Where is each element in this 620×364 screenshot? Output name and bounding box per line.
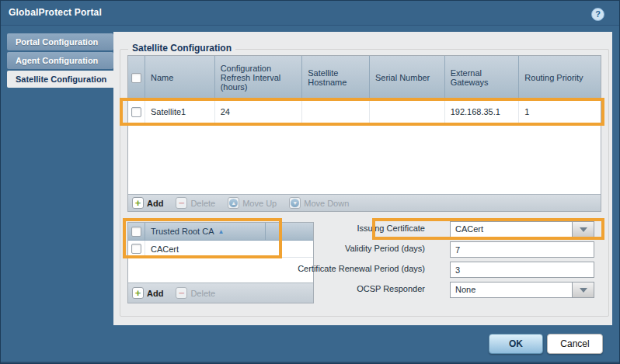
move-down-button[interactable]: ▼ Move Down [289,197,349,209]
cell-refresh-interval: 24 [215,100,303,123]
dialog-bottom-edge [1,362,619,363]
tab-portal-configuration[interactable]: Portal Configuration [7,33,113,50]
fieldset-legend: Satellite Configuration [128,43,235,54]
renewal-period-input[interactable] [450,262,594,278]
add-label: Add [147,199,163,208]
col-header-refresh-interval[interactable]: Configuration Refresh Interval (hours) [215,56,303,99]
add-button[interactable]: + Add [132,197,163,209]
issuing-certificate-dropdown-button[interactable] [572,222,594,237]
issuing-certificate-value: CACert [455,224,483,234]
row-checkbox[interactable] [131,107,141,117]
satellite-table-toolbar: + Add − Delete ▲ Move Up ▼ Move Down [128,194,601,211]
ocsp-responder-value: None [455,285,475,294]
table-row[interactable]: Satellite1 24 192.168.35.1 1 [128,100,601,124]
validity-period-label: Validity Period (days) [345,244,425,253]
renewal-period-row: Certificate Renewal Period (days) [113,262,603,278]
delete-button[interactable]: − Delete [176,197,215,209]
content-panel: Satellite Configuration Name Configurati… [113,32,612,325]
cancel-button[interactable]: Cancel [547,334,603,354]
move-down-label: Move Down [304,199,349,208]
delete-icon: − [176,197,187,209]
globalprotect-portal-dialog: GlobalProtect Portal ? Portal Configurat… [0,0,620,364]
ocsp-responder-label: OCSP Responder [357,284,425,293]
col-header-serial-number[interactable]: Serial Number [370,56,445,99]
move-up-label: Move Up [242,199,277,208]
move-up-icon: ▲ [228,197,239,209]
header-checkbox-cell [128,56,145,99]
validity-period-input[interactable] [450,241,594,258]
add-icon: + [132,197,144,209]
help-icon[interactable]: ? [591,8,604,21]
ok-button[interactable]: OK [489,334,543,354]
col-header-satellite-hostname[interactable]: Satellite Hostname [302,56,370,99]
cell-name: Satellite1 [145,100,215,123]
cell-hostname [302,100,370,123]
satellite-table: Name Configuration Refresh Interval (hou… [127,55,601,212]
issuing-certificate-dropdown[interactable]: CACert [450,221,594,237]
ocsp-responder-dropdown[interactable]: None [450,282,594,298]
col-header-name[interactable]: Name [145,56,215,99]
row-checkbox-cell [128,100,145,123]
move-up-button[interactable]: ▲ Move Up [228,197,277,209]
delete-label: Delete [190,199,215,208]
validity-period-row: Validity Period (days) [113,241,603,258]
cell-priority: 1 [519,100,601,123]
col-header-routing-priority[interactable]: Routing Priority [519,56,601,99]
col-header-external-gateways[interactable]: External Gateways [445,56,520,99]
move-down-icon: ▼ [289,197,301,209]
chevron-down-icon [580,288,587,293]
select-all-checkbox[interactable] [131,73,141,83]
renewal-period-label: Certificate Renewal Period (days) [298,264,425,273]
issuing-certificate-label: Issuing Certificate [357,224,425,233]
tab-agent-configuration[interactable]: Agent Configuration [7,52,113,69]
cell-serial [370,100,445,123]
title-bar: GlobalProtect Portal ? [1,1,619,26]
ocsp-responder-row: OCSP Responder None [113,282,603,298]
satellite-table-header: Name Configuration Refresh Interval (hou… [128,56,601,100]
tab-satellite-configuration[interactable]: Satellite Configuration [7,71,117,88]
ocsp-responder-dropdown-button[interactable] [572,283,594,297]
issuing-certificate-row: Issuing Certificate CACert [113,221,603,237]
chevron-down-icon [580,227,587,232]
dialog-title: GlobalProtect Portal [9,7,102,18]
cell-gateways: 192.168.35.1 [445,100,520,123]
